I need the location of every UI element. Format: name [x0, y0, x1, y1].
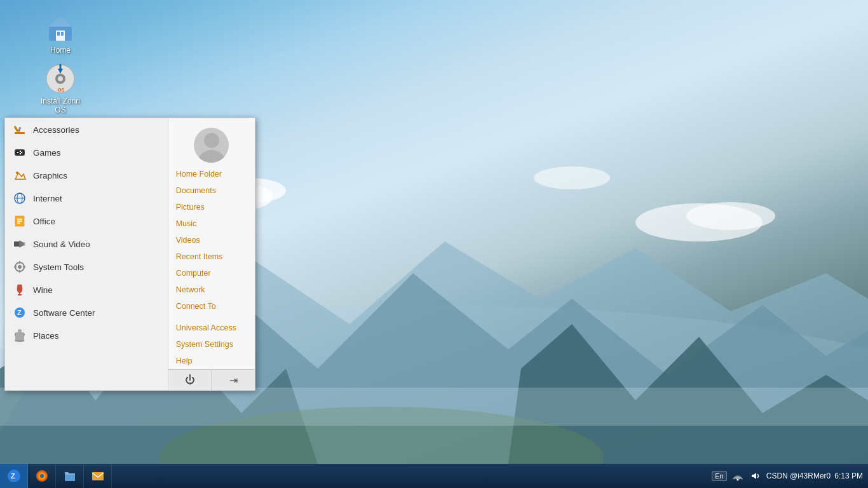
- accessories-icon: [13, 123, 27, 137]
- place-help[interactable]: Help: [168, 353, 255, 369]
- zorin-logo-icon: Z: [6, 468, 22, 484]
- software-center-label: Software Center: [33, 308, 95, 318]
- svg-marker-4: [508, 324, 868, 464]
- menu-item-office[interactable]: Office: [5, 210, 168, 233]
- mail-taskbar-button[interactable]: [84, 464, 112, 488]
- sound-video-icon: [13, 237, 27, 251]
- menu-item-places[interactable]: Places: [5, 324, 168, 347]
- files-taskbar-button[interactable]: [56, 464, 84, 488]
- install-zorin-icon[interactable]: OS Install Zorin OS: [35, 64, 86, 115]
- menu-item-accessories[interactable]: Accessories: [5, 118, 168, 141]
- place-computer[interactable]: Computer: [168, 265, 255, 281]
- svg-marker-64: [65, 472, 75, 475]
- svg-rect-29: [21, 152, 22, 153]
- menu-bottom-buttons: ⏻ ⇥: [168, 369, 255, 390]
- firefox-icon: [34, 468, 50, 484]
- svg-rect-27: [20, 151, 21, 152]
- system-tools-icon: [13, 260, 27, 274]
- application-menu: Accessories Games Graphics Internet: [4, 118, 255, 391]
- taskbar: Z: [0, 464, 868, 488]
- clock[interactable]: 6:13 PM: [834, 471, 863, 480]
- user-avatar-container: [168, 121, 255, 166]
- svg-point-10: [686, 202, 775, 230]
- user-avatar: [194, 128, 229, 163]
- accessories-label: Accessories: [33, 125, 79, 135]
- svg-rect-6: [0, 388, 868, 426]
- svg-marker-39: [19, 240, 24, 248]
- desktop: Home OS Install Zorin OS Accessories: [0, 0, 868, 488]
- firefox-taskbar-button[interactable]: [28, 464, 56, 488]
- svg-point-5: [159, 407, 604, 464]
- wine-icon: [13, 283, 27, 297]
- network-icon: [732, 470, 743, 482]
- svg-rect-52: [15, 332, 24, 340]
- place-connect-to[interactable]: Connect To: [168, 298, 255, 315]
- svg-point-42: [18, 265, 22, 269]
- sound-tray-icon[interactable]: [749, 469, 763, 483]
- internet-icon: [13, 191, 27, 205]
- svg-marker-13: [48, 17, 73, 27]
- menu-item-graphics[interactable]: Graphics: [5, 164, 168, 187]
- shutdown-button[interactable]: ⏻: [168, 370, 212, 390]
- svg-rect-15: [57, 32, 60, 36]
- place-pictures[interactable]: Pictures: [168, 199, 255, 215]
- zorin-menu-button[interactable]: Z: [0, 464, 28, 488]
- svg-rect-22: [15, 132, 25, 134]
- svg-rect-16: [61, 32, 64, 36]
- place-music[interactable]: Music: [168, 215, 255, 232]
- sound-video-label: Sound & Video: [33, 240, 90, 249]
- place-recent-items[interactable]: Recent Items: [168, 248, 255, 265]
- places-label: Places: [33, 331, 59, 341]
- svg-rect-54: [24, 334, 25, 336]
- menu-item-internet[interactable]: Internet: [5, 187, 168, 210]
- office-icon: [13, 214, 27, 228]
- svg-point-62: [40, 474, 44, 478]
- office-label: Office: [33, 217, 55, 226]
- place-network[interactable]: Network: [168, 281, 255, 298]
- place-videos[interactable]: Videos: [168, 232, 255, 248]
- svg-marker-67: [752, 473, 756, 479]
- place-system-settings[interactable]: System Settings: [168, 336, 255, 353]
- menu-item-wine[interactable]: Wine: [5, 278, 168, 301]
- svg-rect-28: [20, 153, 21, 154]
- svg-point-56: [204, 133, 219, 148]
- svg-rect-65: [92, 472, 104, 480]
- svg-rect-38: [14, 241, 19, 247]
- internet-label: Internet: [33, 194, 62, 203]
- home-label: Home: [50, 46, 71, 55]
- place-home-folder[interactable]: Home Folder: [168, 166, 255, 182]
- svg-point-30: [16, 172, 18, 174]
- install-label: Install Zorin OS: [35, 97, 86, 115]
- system-tools-label: System Tools: [33, 262, 84, 272]
- sound-icon: [750, 470, 761, 482]
- places-icon: [13, 329, 27, 342]
- home-folder-icon[interactable]: Home: [35, 13, 86, 55]
- files-icon: [62, 468, 78, 484]
- status-text: CSDN @i43RMer0: [766, 471, 831, 480]
- user-avatar-svg: [196, 128, 227, 163]
- games-icon: [13, 146, 27, 159]
- language-indicator[interactable]: En: [712, 471, 726, 481]
- svg-rect-26: [17, 152, 18, 153]
- menu-item-games[interactable]: Games: [5, 141, 168, 164]
- menu-item-sound-video[interactable]: Sound & Video: [5, 233, 168, 255]
- network-tray-icon[interactable]: [731, 469, 745, 483]
- svg-point-55: [18, 329, 22, 333]
- logout-button[interactable]: ⇥: [212, 370, 255, 390]
- software-center-icon: Z: [13, 306, 27, 320]
- taskbar-right: En CSDN @i43RMer0 6:13 PM: [712, 469, 868, 483]
- home-icon-svg: [45, 13, 76, 43]
- menu-item-software-center[interactable]: Z Software Center: [5, 301, 168, 324]
- menu-places: Home Folder Documents Pictures Music Vid…: [168, 118, 255, 390]
- place-documents[interactable]: Documents: [168, 182, 255, 199]
- svg-point-9: [635, 203, 763, 241]
- svg-rect-24: [18, 127, 22, 133]
- games-label: Games: [33, 148, 61, 158]
- graphics-icon: [13, 168, 27, 182]
- svg-text:Z: Z: [17, 309, 22, 316]
- wine-label: Wine: [33, 285, 53, 295]
- menu-item-system-tools[interactable]: System Tools: [5, 255, 168, 278]
- svg-text:Z: Z: [11, 472, 15, 480]
- place-universal-access[interactable]: Universal Access: [168, 320, 255, 336]
- mail-icon: [90, 468, 105, 484]
